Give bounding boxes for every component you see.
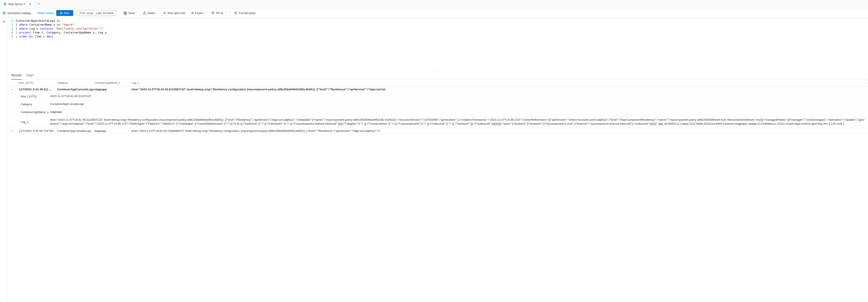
chevron-down-icon: ˅ [225, 12, 226, 14]
detail-label: ContainerAppName_s [7, 108, 48, 116]
table-row[interactable]: 11/7/2023, 6:41:00.718 PM ContainerAppCo… [7, 128, 868, 134]
pane-splitter[interactable]: · · · [7, 69, 868, 71]
run-button[interactable]: Run [56, 10, 73, 16]
expand-sidebar-button[interactable] [0, 18, 7, 302]
workspace-icon [3, 11, 6, 15]
detail-row: ContainerAppName_s stageapp [7, 108, 868, 116]
detail-label: Category [7, 100, 48, 108]
format-query-button[interactable]: Format query [233, 10, 257, 15]
format-icon [234, 11, 238, 15]
row-collapse-button[interactable] [7, 87, 17, 92]
col-appname[interactable]: ContainerAppName_s [92, 79, 129, 86]
pin-icon [211, 11, 215, 15]
query-icon [3, 3, 6, 6]
new-alert-button[interactable]: New alert rule [162, 10, 186, 15]
query-tab[interactable]: New Query 1* [0, 0, 35, 8]
workspace-name: workspace-stageg... [7, 11, 33, 15]
detail-row: Category ContainerAppConsoleLogs [7, 100, 868, 108]
grid-header: time_t [UTC] Category ContainerAppName_s… [7, 79, 868, 87]
close-icon[interactable] [29, 3, 31, 5]
detail-label: Log_s [7, 116, 48, 128]
tab-results[interactable]: Results [11, 71, 22, 79]
save-button[interactable]: Save ˅ [122, 10, 139, 15]
chevron-down-icon: ˅ [205, 12, 206, 14]
workspace-selector[interactable]: workspace-stageg... [3, 11, 33, 15]
svg-point-0 [4, 3, 6, 4]
share-icon [143, 11, 146, 15]
separator [230, 11, 230, 15]
time-range-selector[interactable]: Time range : Last 24 hours [76, 10, 117, 16]
chevron-down-icon: ˅ [136, 12, 137, 14]
tab-title: New Query 1* [8, 2, 26, 6]
share-button[interactable]: Share ˅ [142, 10, 159, 15]
export-button[interactable]: Export ˅ [189, 10, 208, 15]
save-icon [124, 11, 127, 15]
table-row[interactable]: 11/7/2023, 6:41:45.511 ... ContainerAppC… [7, 87, 868, 93]
chevron-down-icon: ˅ [157, 12, 158, 14]
detail-value: 2023-11-07T18:41:45.5116722Z [48, 93, 868, 100]
pin-button[interactable]: Pin to ˅ [210, 10, 227, 15]
svg-point-1 [3, 12, 5, 13]
play-icon [60, 12, 63, 14]
col-log[interactable]: Log_s [129, 79, 868, 86]
add-tab-button[interactable]: + [35, 2, 43, 6]
chevron-right-icon [11, 130, 13, 132]
tab-chart[interactable]: Chart [26, 71, 33, 79]
select-scope-link[interactable]: Select scope [37, 11, 53, 15]
chevron-down-icon [11, 88, 13, 91]
results-grid: time_t [UTC] Category ContainerAppName_s… [7, 79, 868, 302]
detail-value: stageapp [48, 108, 868, 116]
detail-row: Log_s time="2023-11-07T18:41:45.51159071… [7, 116, 868, 128]
detail-value: time="2023-11-07T18:41:45.511590713Z" le… [48, 116, 868, 128]
row-expand-button[interactable] [7, 128, 17, 134]
query-editor[interactable]: 12345 ContainerAppConsoleLogs_CL | where… [7, 18, 868, 69]
detail-value: ContainerAppConsoleLogs [48, 100, 868, 108]
plus-icon [163, 11, 166, 15]
export-icon [190, 11, 194, 15]
detail-row: time_t [UTC] 2023-11-07T18:41:45.5116722… [7, 93, 868, 100]
line-numbers: 12345 [7, 19, 16, 38]
chevron-double-right-icon [2, 20, 5, 23]
col-category[interactable]: Category [55, 79, 92, 86]
col-time[interactable]: time_t [UTC] [17, 79, 55, 86]
code-area[interactable]: ContainerAppConsoleLogs_CL | where Conta… [16, 19, 868, 38]
detail-label: time_t [UTC] [7, 93, 48, 100]
